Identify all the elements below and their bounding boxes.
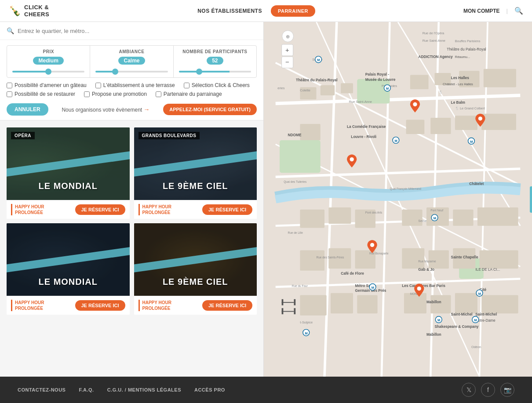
ambiance-slider[interactable] bbox=[95, 71, 168, 73]
map-panel: Rue Saint-Anne Quai des Tuileries Quai F… bbox=[264, 22, 532, 377]
happy-hour-4: HAPPY HOURPROLONGÉE bbox=[138, 300, 172, 311]
logo[interactable]: 🍾 CLICK & CHEERS bbox=[9, 4, 49, 18]
svg-rect-25 bbox=[430, 118, 451, 134]
filters-panel: PRIX Medium AMBIANCE Calme NOMBRE DE PAR… bbox=[0, 40, 263, 121]
header-nav: NOS ÉTABLISSEMENTS PARRAINER bbox=[197, 5, 315, 17]
svg-rect-29 bbox=[328, 207, 351, 224]
footer-link-faq[interactable]: F.A.Q. bbox=[79, 387, 94, 392]
svg-rect-17 bbox=[321, 85, 335, 95]
nav-establishments[interactable]: NOS ÉTABLISSEMENTS bbox=[197, 8, 262, 14]
footer-links: CONTACTEZ-NOUS F.A.Q. C.G.U. / MENTIONS … bbox=[18, 387, 225, 392]
checkbox-selection[interactable]: Sélection Click & Cheers bbox=[184, 82, 250, 88]
event-arrow-icon: → bbox=[144, 106, 150, 113]
svg-text:🍴: 🍴 bbox=[439, 90, 443, 94]
footer: CONTACTEZ-NOUS F.A.Q. C.G.U. / MENTIONS … bbox=[0, 377, 532, 403]
participants-badge: 52 bbox=[207, 57, 223, 65]
logo-icon: 🍾 bbox=[9, 5, 21, 17]
map-svg: Rue Saint-Anne Quai des Tuileries Quai F… bbox=[264, 22, 532, 377]
svg-text:M: M bbox=[372, 286, 374, 290]
svg-rect-35 bbox=[300, 250, 324, 270]
svg-text:M: M bbox=[317, 58, 320, 62]
participants-slider[interactable] bbox=[179, 71, 251, 73]
footer-link-cgu[interactable]: C.G.U. / MENTIONS LÉGALES bbox=[107, 387, 181, 392]
annuler-button[interactable]: ANNULER bbox=[7, 103, 48, 116]
participants-label: NOMBRE DE PARTICIPANTS bbox=[179, 49, 251, 54]
filter-participants: NOMBRE DE PARTICIPANTS 52 bbox=[174, 46, 256, 77]
venue-image-1[interactable]: OPÉRA LE MONDIAL bbox=[7, 127, 130, 200]
footer-link-contact[interactable]: CONTACTEZ-NOUS bbox=[18, 387, 66, 392]
instagram-icon[interactable]: 📷 bbox=[500, 383, 514, 397]
appelez-button[interactable]: APPELEZ-MOI (SERVICE GRATUIT) bbox=[163, 104, 257, 115]
svg-text:Sainte Chapelle: Sainte Chapelle bbox=[451, 255, 478, 259]
checkboxes-row: Possibilité d'amener un gâteau L'établis… bbox=[7, 82, 257, 97]
venue-image-3[interactable]: LE MONDIAL bbox=[7, 223, 130, 296]
twitter-icon[interactable]: 𝕏 bbox=[462, 383, 476, 397]
venue-image-2[interactable]: GRANDS BOULEVARDS LE 9ÈME CIEL bbox=[134, 127, 257, 200]
reserve-button-4[interactable]: JE RÉSERVE ICI bbox=[202, 300, 252, 311]
parrainage-button[interactable]: PARRAINER bbox=[271, 5, 315, 17]
svg-text:Rue Saint-Anne: Rue Saint-Anne bbox=[423, 39, 445, 43]
svg-text:ILE DE LA CI...: ILE DE LA CI... bbox=[475, 267, 500, 272]
svg-text:⊕: ⊕ bbox=[286, 34, 290, 39]
checkbox-gateau[interactable]: Possibilité d'amener un gâteau bbox=[7, 82, 87, 88]
header-right: MON COMPTE | 🔍 bbox=[463, 7, 523, 15]
svg-text:Le Balm: Le Balm bbox=[451, 100, 465, 105]
facebook-icon[interactable]: f bbox=[481, 383, 495, 397]
svg-rect-41 bbox=[480, 250, 518, 269]
svg-rect-34 bbox=[477, 207, 518, 226]
left-panel: 🔍 PRIX Medium AMBIANCE Calme bbox=[0, 22, 264, 377]
venue-image-4[interactable]: LE 9ÈME CIEL bbox=[134, 223, 257, 296]
svg-rect-43 bbox=[331, 293, 353, 313]
happy-hour-3: HAPPY HOURPROLONGÉE bbox=[11, 300, 44, 311]
svg-text:M: M bbox=[478, 292, 481, 296]
reserve-button-2[interactable]: JE RÉSERVE ICI bbox=[202, 204, 252, 215]
search-icon[interactable]: 🔍 bbox=[514, 7, 523, 15]
venue-footer-4: HAPPY HOURPROLONGÉE JE RÉSERVE ICI bbox=[134, 296, 257, 315]
filter-ambiance: AMBIANCE Calme bbox=[90, 46, 173, 77]
svg-rect-23 bbox=[300, 124, 320, 140]
svg-point-123 bbox=[417, 287, 421, 290]
svg-text:Bouffes Parisiens: Bouffes Parisiens bbox=[455, 39, 481, 43]
search-bar-icon: 🔍 bbox=[7, 27, 14, 34]
checkbox-terrasse[interactable]: L'établissement à une terrasse bbox=[95, 82, 175, 88]
svg-text:Café de Flore: Café de Flore bbox=[341, 271, 364, 276]
svg-text:Shakespeare & Company: Shakespeare & Company bbox=[434, 324, 478, 329]
prix-slider[interactable] bbox=[12, 71, 84, 73]
logo-text-line1: CLICK & bbox=[24, 4, 49, 11]
svg-text:Palais Royal -: Palais Royal - bbox=[365, 72, 389, 76]
checkbox-restaurer[interactable]: Possibilité de se restaurer bbox=[7, 91, 75, 97]
svg-text:M: M bbox=[386, 87, 389, 91]
svg-rect-31 bbox=[402, 210, 422, 226]
reserve-button-3[interactable]: JE RÉSERVE ICI bbox=[75, 300, 125, 311]
svg-rect-26 bbox=[455, 116, 477, 130]
svg-point-120 bbox=[478, 116, 482, 120]
search-input[interactable] bbox=[18, 28, 257, 34]
venue-name-3: LE MONDIAL bbox=[7, 277, 130, 287]
checkbox-promotion[interactable]: Propose une promotion bbox=[84, 91, 147, 97]
venue-name-2: LE 9ÈME CIEL bbox=[134, 181, 257, 191]
mon-compte-link[interactable]: MON COMPTE bbox=[463, 8, 500, 14]
svg-text:Gab & Jo: Gab & Jo bbox=[418, 267, 434, 272]
neighborhood-badge-1: OPÉRA bbox=[11, 132, 35, 139]
svg-text:Musée du Louvre: Musée du Louvre bbox=[365, 77, 396, 82]
svg-rect-47 bbox=[455, 293, 477, 313]
svg-point-121 bbox=[350, 157, 354, 161]
svg-text:Colette: Colette bbox=[300, 88, 310, 92]
footer-link-acces[interactable]: ACCÈS PRO bbox=[194, 387, 225, 392]
venue-grid: OPÉRA LE MONDIAL HAPPY HOURPROLONGÉE JE … bbox=[0, 121, 263, 321]
venue-name-4: LE 9ÈME CIEL bbox=[134, 277, 257, 287]
svg-text:M: M bbox=[437, 318, 440, 322]
ambiance-label: AMBIANCE bbox=[95, 49, 168, 54]
happy-hour-1: HAPPY HOURPROLONGÉE bbox=[11, 204, 44, 215]
svg-text:t-Sulpice: t-Sulpice bbox=[300, 320, 313, 324]
svg-rect-39 bbox=[429, 250, 449, 269]
svg-text:Rue de l'Opéra: Rue de l'Opéra bbox=[423, 31, 445, 35]
filter-prix: PRIX Medium bbox=[7, 46, 90, 77]
svg-rect-14 bbox=[280, 140, 321, 173]
event-text: Nous organisons votre évènement → bbox=[53, 106, 159, 113]
svg-text:M: M bbox=[305, 331, 308, 335]
prix-label: PRIX bbox=[12, 49, 84, 54]
svg-rect-45 bbox=[404, 293, 426, 313]
checkbox-parrainage[interactable]: Partenaire du parrainage bbox=[156, 91, 222, 97]
reserve-button-1[interactable]: JE RÉSERVE ICI bbox=[75, 204, 125, 215]
